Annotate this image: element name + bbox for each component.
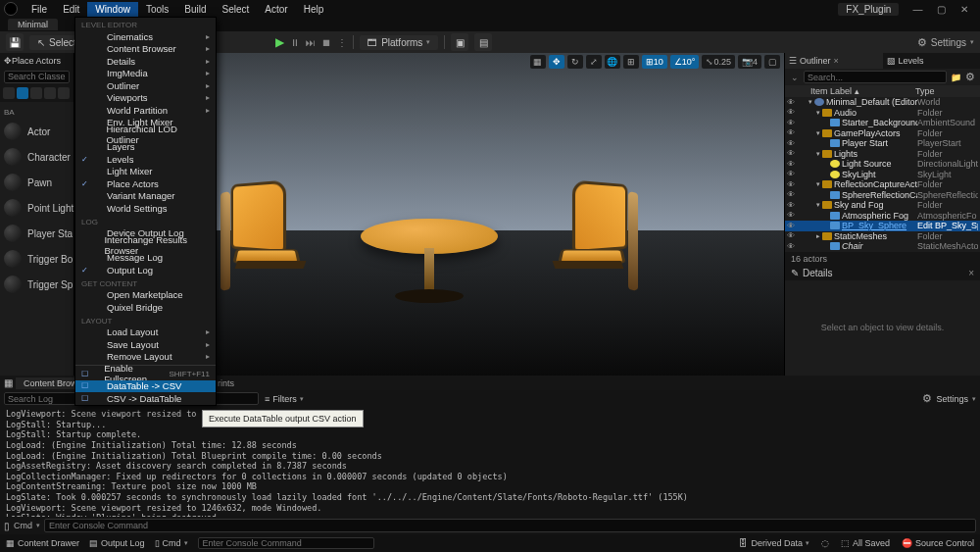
eye-icon[interactable]: 👁: [785, 211, 797, 220]
vp-camera-speed[interactable]: 📷 4: [738, 55, 761, 69]
outliner-row[interactable]: 👁Light SourceDirectionalLight: [785, 159, 980, 170]
eye-icon[interactable]: 👁: [785, 98, 797, 107]
menu-item-levels[interactable]: ✓Levels: [75, 153, 216, 166]
menu-item-light-mixer[interactable]: Light Mixer: [75, 166, 216, 178]
menu-item-open-marketplace[interactable]: Open Marketplace: [75, 289, 216, 302]
eye-icon[interactable]: 👁: [785, 139, 797, 148]
eye-icon[interactable]: 👁: [785, 160, 797, 169]
transform-gizmo[interactable]: [428, 143, 430, 202]
eye-icon[interactable]: 👁: [785, 108, 797, 117]
output-log-button[interactable]: ▤Output Log: [89, 538, 145, 548]
place-actor-item[interactable]: Trigger Bo: [0, 246, 74, 272]
outliner-folder-button[interactable]: 📁: [950, 72, 961, 83]
place-actor-item[interactable]: Player Sta: [0, 221, 74, 246]
menu-window[interactable]: Window: [87, 2, 138, 17]
outliner-row[interactable]: 👁▾Minimal_Default (Editor)World: [785, 97, 980, 108]
menu-tools[interactable]: Tools: [138, 2, 176, 17]
outliner-row[interactable]: 👁▾LightsFolder: [785, 149, 980, 160]
menu-item-viewports[interactable]: Viewports▸: [75, 92, 216, 105]
platforms-button[interactable]: 🗔 Platforms ▾: [360, 35, 438, 50]
save-button[interactable]: [6, 33, 24, 51]
menu-item-output-log[interactable]: ✓Output Log: [75, 264, 216, 276]
menu-item-quixel-bridge[interactable]: Quixel Bridge: [75, 301, 216, 314]
menu-item-csv-datatable[interactable]: ☐CSV -> DataTable: [75, 392, 216, 405]
content-drawer-button[interactable]: ▦Content Drawer: [6, 538, 79, 548]
all-saved-button[interactable]: ⬚All Saved: [841, 538, 890, 548]
source-control-button[interactable]: ⛔Source Control: [902, 538, 974, 548]
menu-item-world-partition[interactable]: World Partition▸: [75, 104, 216, 117]
menu-help[interactable]: Help: [296, 2, 332, 17]
maximize-button[interactable]: ▢: [931, 4, 952, 15]
outliner-row[interactable]: 👁SphereReflectionCapture10SphereReflecti…: [785, 190, 980, 201]
skip-button[interactable]: ⏭: [306, 37, 316, 48]
details-close-icon[interactable]: ×: [968, 268, 974, 278]
console-input[interactable]: [44, 519, 976, 532]
eye-icon[interactable]: 👁: [785, 170, 797, 178]
stop-button[interactable]: ⏹: [321, 37, 331, 48]
outliner-settings[interactable]: [964, 72, 976, 83]
menu-item-variant-manager[interactable]: Variant Manager: [75, 190, 216, 203]
log-settings-button[interactable]: Settings: [936, 394, 968, 404]
outliner-row[interactable]: 👁SkyLightSkyLight: [785, 170, 980, 180]
place-actor-item[interactable]: Point Light: [0, 195, 74, 221]
derived-data-button[interactable]: 🗄Derived Data▾: [739, 538, 809, 548]
menu-select[interactable]: Select: [215, 2, 258, 17]
play-button[interactable]: ▶: [275, 35, 284, 49]
settings-button[interactable]: Settings: [931, 37, 966, 48]
log-filters-button[interactable]: ≡ Filters ▾: [265, 394, 304, 404]
vp-scale-snap[interactable]: ⤡ 0.25: [702, 55, 735, 69]
menu-item-message-log[interactable]: Message Log: [75, 252, 216, 265]
outliner-row[interactable]: 👁Atmospheric FogAtmosphericFo: [785, 211, 980, 222]
filter-recent[interactable]: [3, 87, 15, 99]
outliner-row[interactable]: 👁▾GamePlayActorsFolder: [785, 128, 980, 139]
outliner-add-filter[interactable]: ⌄: [789, 72, 801, 83]
menu-edit[interactable]: Edit: [55, 2, 87, 17]
vp-select-tool[interactable]: ▦: [530, 55, 546, 69]
outliner-row[interactable]: 👁▾AudioFolder: [785, 108, 980, 119]
menu-item-details[interactable]: Details▸: [75, 55, 216, 68]
outliner-row[interactable]: 👁Starter_Background_CueAmbientSound: [785, 118, 980, 128]
vp-angle-snap[interactable]: ∠ 10°: [670, 55, 700, 69]
outliner-row[interactable]: 👁Player StartPlayerStart: [785, 138, 980, 149]
vp-move-tool[interactable]: ✥: [549, 55, 564, 69]
outliner-row[interactable]: 👁▸StaticMeshesFolder: [785, 231, 980, 242]
tab-outliner[interactable]: ☰ Outliner ×: [785, 53, 883, 69]
eye-icon[interactable]: 👁: [785, 201, 797, 210]
menu-item-remove-layout[interactable]: Remove Layout▸: [75, 351, 216, 364]
eye-icon[interactable]: 👁: [785, 149, 797, 158]
eye-icon[interactable]: 👁: [785, 180, 797, 189]
eye-icon[interactable]: 👁: [785, 242, 797, 251]
outliner-search[interactable]: [804, 71, 947, 83]
filter-lights[interactable]: [30, 87, 42, 99]
place-actors-search[interactable]: [4, 71, 70, 83]
menu-build[interactable]: Build: [176, 2, 214, 17]
tab-levels[interactable]: ▧ Levels: [883, 53, 981, 69]
close-icon[interactable]: ×: [834, 56, 839, 66]
place-actor-item[interactable]: Trigger Sp: [0, 272, 74, 297]
menu-item-imgmedia[interactable]: ImgMedia▸: [75, 68, 216, 80]
pause-button[interactable]: ⏸: [290, 37, 300, 48]
place-actor-item[interactable]: Pawn: [0, 170, 74, 195]
output-log[interactable]: LogViewport: Scene viewport resized to 1…: [0, 407, 980, 517]
menu-item-content-browser[interactable]: Content Browser▸: [75, 43, 216, 56]
menu-item-save-layout[interactable]: Save Layout▸: [75, 338, 216, 351]
menu-actor[interactable]: Actor: [257, 2, 295, 17]
menu-item-load-layout[interactable]: Load Layout▸: [75, 326, 216, 339]
eye-icon[interactable]: 👁: [785, 222, 797, 230]
window-menu-dropdown[interactable]: LEVEL EDITORCinematics▸Content Browser▸D…: [74, 17, 217, 406]
filter-shapes[interactable]: [44, 87, 56, 99]
outliner-row[interactable]: 👁BP_Sky_SphereEdit BP_Sky_Sp: [785, 221, 980, 231]
outliner-tree[interactable]: 👁▾Minimal_Default (Editor)World👁▾AudioFo…: [785, 97, 980, 252]
vp-surface-snap[interactable]: ⊞: [623, 55, 639, 69]
vp-rotate-tool[interactable]: ↻: [567, 55, 583, 69]
vp-maximize[interactable]: ▢: [764, 55, 780, 69]
eject-button[interactable]: ⋮: [337, 37, 347, 48]
toolbar-icon-1[interactable]: ▣: [451, 33, 468, 51]
level-tab[interactable]: Minimal: [8, 19, 58, 30]
minimize-button[interactable]: —: [906, 4, 928, 15]
eye-icon[interactable]: 👁: [785, 128, 797, 137]
menu-item-datatable-csv[interactable]: ☐DataTable -> CSV: [75, 380, 216, 393]
menu-item-interchange-results-browser[interactable]: Interchange Results Browser: [75, 239, 216, 252]
place-actor-item[interactable]: Character: [0, 144, 74, 170]
eye-icon[interactable]: 👁: [785, 119, 797, 127]
